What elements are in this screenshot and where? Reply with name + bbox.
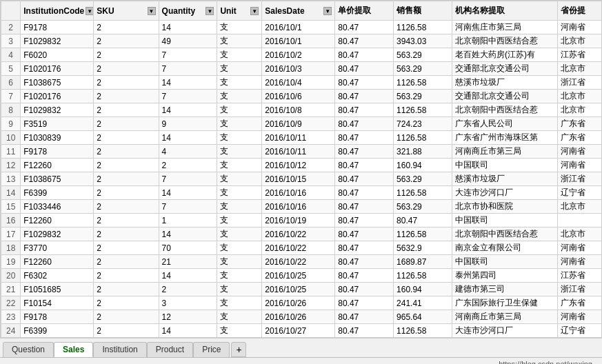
cell-C11[interactable]: 4	[159, 145, 217, 159]
cell-I16[interactable]	[558, 214, 602, 228]
cell-H8[interactable]: 北京朝阳中西医结合惹	[452, 103, 557, 117]
cell-C15[interactable]: 7	[159, 200, 217, 214]
filter-button-c[interactable]: ▼	[205, 7, 214, 15]
cell-F13[interactable]: 80.47	[335, 172, 394, 186]
cell-F12[interactable]: 80.47	[335, 159, 394, 172]
cell-A9[interactable]: F3519	[21, 117, 94, 131]
cell-I6[interactable]: 浙江省	[558, 76, 602, 90]
cell-F17[interactable]: 80.47	[335, 228, 394, 241]
cell-E11[interactable]: 2016/10/11	[262, 145, 335, 159]
table-row[interactable]: 20F6302214支2016/10/2580.471126.58泰州第四司江苏…	[1, 269, 603, 283]
cell-D7[interactable]: 支	[217, 90, 262, 103]
cell-D22[interactable]: 支	[217, 296, 262, 310]
cell-C17[interactable]: 14	[159, 228, 217, 241]
cell-B16[interactable]: 2	[94, 214, 159, 228]
cell-D5[interactable]: 支	[217, 62, 262, 76]
table-row[interactable]: 23F9178212支2016/10/2680.47965.64河南商丘市第三局…	[1, 310, 603, 324]
cell-A23[interactable]: F9178	[21, 310, 94, 324]
cell-E18[interactable]: 2016/10/22	[262, 241, 335, 255]
cell-B7[interactable]: 2	[94, 90, 159, 103]
cell-B10[interactable]: 2	[94, 131, 159, 145]
cell-G11[interactable]: 321.88	[394, 145, 452, 159]
cell-D23[interactable]: 支	[217, 310, 262, 324]
cell-B3[interactable]: 2	[94, 34, 159, 48]
cell-B11[interactable]: 2	[94, 145, 159, 159]
table-row[interactable]: 5F102017627支2016/10/380.47563.29交通部北京交通公…	[1, 62, 603, 76]
cell-A10[interactable]: F1030839	[21, 131, 94, 145]
cell-E8[interactable]: 2016/10/8	[262, 103, 335, 117]
cell-I5[interactable]: 北京市	[558, 62, 602, 76]
cell-I17[interactable]: 北京市	[558, 228, 602, 241]
table-row[interactable]: 14F6399214支2016/10/1680.471126.58大连市沙河口厂…	[1, 186, 603, 200]
filter-button-a[interactable]: ▼	[86, 7, 94, 15]
cell-F18[interactable]: 80.47	[335, 241, 394, 255]
cell-E21[interactable]: 2016/10/25	[262, 283, 335, 296]
table-row[interactable]: 2F9178214支2016/10/180.471126.58河南焦庄市第三局河…	[1, 21, 603, 34]
cell-H2[interactable]: 河南焦庄市第三局	[452, 21, 557, 34]
cell-A24[interactable]: F6399	[21, 324, 94, 338]
cell-H22[interactable]: 广东国际旅行卫生保健	[452, 296, 557, 310]
cell-F6[interactable]: 80.47	[335, 76, 394, 90]
cell-F9[interactable]: 80.47	[335, 117, 394, 131]
table-row[interactable]: 3F1029832249支2016/10/180.473943.03北京朝阳中西…	[1, 34, 603, 48]
cell-A18[interactable]: F3770	[21, 241, 94, 255]
cell-D6[interactable]: 支	[217, 76, 262, 90]
spreadsheet-scroll-area[interactable]: InstitutionCode▼SKU▼Quantity▼Unit▼SalesD…	[1, 1, 602, 338]
cell-H21[interactable]: 建德市第三司	[452, 283, 557, 296]
cell-F24[interactable]: 80.47	[335, 324, 394, 338]
cell-A13[interactable]: F1038675	[21, 172, 94, 186]
cell-C22[interactable]: 3	[159, 296, 217, 310]
cell-G16[interactable]: 80.47	[394, 214, 452, 228]
table-row[interactable]: 11F917824支2016/10/1180.47321.88河南商丘市第三局河…	[1, 145, 603, 159]
cell-H14[interactable]: 大连市沙河口厂	[452, 186, 557, 200]
cell-I2[interactable]: 河南省	[558, 21, 602, 34]
cell-C24[interactable]: 14	[159, 324, 217, 338]
cell-A15[interactable]: F1033446	[21, 200, 94, 214]
cell-H19[interactable]: 中国联司	[452, 255, 557, 269]
cell-E5[interactable]: 2016/10/3	[262, 62, 335, 76]
table-row[interactable]: 21F105168522支2016/10/2580.47160.94建德市第三司…	[1, 283, 603, 296]
table-row[interactable]: 10F1030839214支2016/10/1180.471126.58广东省广…	[1, 131, 603, 145]
cell-E2[interactable]: 2016/10/1	[262, 21, 335, 34]
table-row[interactable]: 7F102017627支2016/10/680.47563.29交通部北京交通公…	[1, 90, 603, 103]
cell-G17[interactable]: 1126.58	[394, 228, 452, 241]
sheet-tab-price[interactable]: Price	[193, 342, 230, 357]
cell-H20[interactable]: 泰州第四司	[452, 269, 557, 283]
filter-button-e[interactable]: ▼	[323, 7, 332, 15]
cell-I23[interactable]: 河南省	[558, 310, 602, 324]
table-row[interactable]: 8F1029832214支2016/10/880.471126.58北京朝阳中西…	[1, 103, 603, 117]
table-row[interactable]: 6F1038675214支2016/10/480.471126.58慈溪市垃圾厂…	[1, 76, 603, 90]
cell-D8[interactable]: 支	[217, 103, 262, 117]
cell-C13[interactable]: 7	[159, 172, 217, 186]
cell-E6[interactable]: 2016/10/4	[262, 76, 335, 90]
cell-E14[interactable]: 2016/10/16	[262, 186, 335, 200]
cell-G21[interactable]: 160.94	[394, 283, 452, 296]
cell-G3[interactable]: 3943.03	[394, 34, 452, 48]
cell-I14[interactable]: 辽宁省	[558, 186, 602, 200]
cell-G15[interactable]: 563.29	[394, 200, 452, 214]
table-row[interactable]: 15F103344627支2016/10/1680.47563.29北京市协和医…	[1, 200, 603, 214]
cell-G14[interactable]: 1126.58	[394, 186, 452, 200]
cell-D17[interactable]: 支	[217, 228, 262, 241]
cell-G20[interactable]: 1126.58	[394, 269, 452, 283]
cell-H10[interactable]: 广东省广州市海珠区第	[452, 131, 557, 145]
cell-D2[interactable]: 支	[217, 21, 262, 34]
cell-A22[interactable]: F10154	[21, 296, 94, 310]
cell-H7[interactable]: 交通部北京交通公司	[452, 90, 557, 103]
cell-A7[interactable]: F1020176	[21, 90, 94, 103]
cell-F19[interactable]: 80.47	[335, 255, 394, 269]
cell-D19[interactable]: 支	[217, 255, 262, 269]
cell-H17[interactable]: 北京朝阳中西医结合惹	[452, 228, 557, 241]
cell-D13[interactable]: 支	[217, 172, 262, 186]
cell-E3[interactable]: 2016/10/1	[262, 34, 335, 48]
cell-H24[interactable]: 大连市沙河口厂	[452, 324, 557, 338]
cell-D21[interactable]: 支	[217, 283, 262, 296]
cell-C7[interactable]: 7	[159, 90, 217, 103]
cell-D18[interactable]: 支	[217, 241, 262, 255]
cell-A8[interactable]: F1029832	[21, 103, 94, 117]
cell-D3[interactable]: 支	[217, 34, 262, 48]
cell-C6[interactable]: 14	[159, 76, 217, 90]
cell-I8[interactable]: 北京市	[558, 103, 602, 117]
cell-D11[interactable]: 支	[217, 145, 262, 159]
cell-G22[interactable]: 241.41	[394, 296, 452, 310]
